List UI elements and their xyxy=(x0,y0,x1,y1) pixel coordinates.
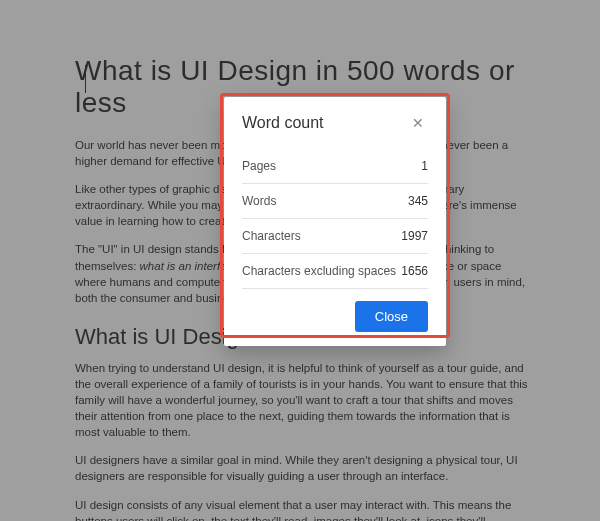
stat-label: Characters excluding spaces xyxy=(242,264,396,278)
stat-row-pages: Pages 1 xyxy=(242,149,428,184)
stat-label: Characters xyxy=(242,229,301,243)
stat-value: 1997 xyxy=(401,229,428,243)
stat-row-chars: Characters 1997 xyxy=(242,219,428,254)
word-count-dialog: Word count ✕ Pages 1 Words 345 Character… xyxy=(224,97,446,346)
stat-label: Pages xyxy=(242,159,276,173)
close-button[interactable]: Close xyxy=(355,301,428,332)
stat-value: 345 xyxy=(408,194,428,208)
stat-row-chars-nospace: Characters excluding spaces 1656 xyxy=(242,254,428,289)
dialog-title: Word count xyxy=(242,114,324,132)
stat-row-words: Words 345 xyxy=(242,184,428,219)
stat-value: 1656 xyxy=(401,264,428,278)
dialog-footer: Close xyxy=(242,301,428,332)
close-icon[interactable]: ✕ xyxy=(408,113,428,133)
stat-value: 1 xyxy=(421,159,428,173)
stat-label: Words xyxy=(242,194,276,208)
dialog-header: Word count ✕ xyxy=(242,113,428,133)
